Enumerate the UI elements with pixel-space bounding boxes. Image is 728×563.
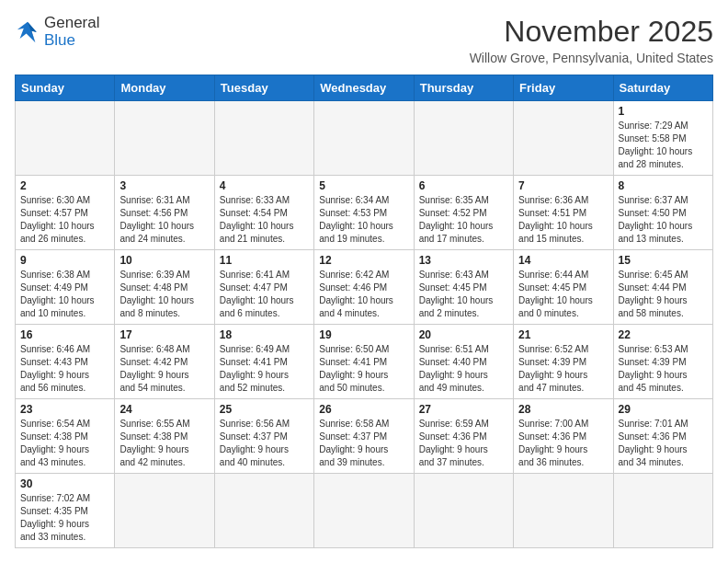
logo-icon: [15, 19, 40, 45]
weekday-header-wednesday: Wednesday: [314, 75, 414, 101]
day-number: 3: [119, 179, 209, 192]
calendar-cell: [414, 101, 513, 176]
day-number: 21: [518, 328, 608, 341]
calendar-cell: 16Sunrise: 6:46 AM Sunset: 4:43 PM Dayli…: [16, 325, 115, 399]
calendar-cell: 19Sunrise: 6:50 AM Sunset: 4:41 PM Dayli…: [314, 325, 414, 399]
day-number: 11: [220, 254, 309, 267]
day-info: Sunrise: 7:02 AM Sunset: 4:35 PM Dayligh…: [20, 492, 109, 544]
day-info: Sunrise: 6:46 AM Sunset: 4:43 PM Dayligh…: [20, 343, 109, 395]
day-info: Sunrise: 6:56 AM Sunset: 4:37 PM Dayligh…: [220, 418, 309, 469]
day-number: 5: [319, 179, 408, 192]
day-number: 13: [419, 254, 508, 267]
logo-blue: Blue: [44, 32, 99, 50]
week-row-2: 2Sunrise: 6:30 AM Sunset: 4:57 PM Daylig…: [16, 176, 713, 250]
day-info: Sunrise: 6:39 AM Sunset: 4:48 PM Dayligh…: [119, 269, 209, 320]
calendar-cell: 17Sunrise: 6:48 AM Sunset: 4:42 PM Dayli…: [115, 325, 214, 399]
calendar-cell: 8Sunrise: 6:37 AM Sunset: 4:50 PM Daylig…: [613, 176, 712, 250]
day-info: Sunrise: 6:42 AM Sunset: 4:46 PM Dayligh…: [319, 269, 408, 320]
calendar-cell: 1Sunrise: 7:29 AM Sunset: 5:58 PM Daylig…: [613, 101, 712, 176]
day-number: 10: [119, 254, 209, 267]
day-info: Sunrise: 6:31 AM Sunset: 4:56 PM Dayligh…: [119, 194, 209, 246]
calendar-cell: 23Sunrise: 6:54 AM Sunset: 4:38 PM Dayli…: [16, 399, 115, 474]
calendar-cell: [314, 101, 414, 176]
day-number: 19: [319, 328, 408, 341]
day-info: Sunrise: 6:48 AM Sunset: 4:42 PM Dayligh…: [119, 343, 209, 395]
location: Willow Grove, Pennsylvania, United State…: [470, 51, 713, 65]
day-number: 15: [619, 254, 708, 267]
day-number: 14: [518, 254, 608, 267]
calendar-cell: [414, 474, 513, 548]
day-info: Sunrise: 6:44 AM Sunset: 4:45 PM Dayligh…: [518, 269, 608, 320]
weekday-header-sunday: Sunday: [16, 75, 115, 101]
week-row-4: 16Sunrise: 6:46 AM Sunset: 4:43 PM Dayli…: [16, 325, 713, 399]
weekday-header-saturday: Saturday: [613, 75, 712, 101]
day-info: Sunrise: 6:35 AM Sunset: 4:52 PM Dayligh…: [419, 194, 508, 246]
calendar-cell: 4Sunrise: 6:33 AM Sunset: 4:54 PM Daylig…: [214, 176, 313, 250]
calendar-cell: 13Sunrise: 6:43 AM Sunset: 4:45 PM Dayli…: [414, 250, 513, 325]
calendar-cell: [115, 101, 214, 176]
day-number: 23: [20, 403, 109, 416]
weekday-header-tuesday: Tuesday: [214, 75, 313, 101]
calendar-cell: 25Sunrise: 6:56 AM Sunset: 4:37 PM Dayli…: [214, 399, 313, 474]
day-number: 18: [220, 328, 309, 341]
calendar-cell: 20Sunrise: 6:51 AM Sunset: 4:40 PM Dayli…: [414, 325, 513, 399]
calendar-cell: 11Sunrise: 6:41 AM Sunset: 4:47 PM Dayli…: [214, 250, 313, 325]
logo-text: General Blue: [44, 15, 99, 49]
day-info: Sunrise: 6:51 AM Sunset: 4:40 PM Dayligh…: [419, 343, 508, 395]
day-info: Sunrise: 7:00 AM Sunset: 4:36 PM Dayligh…: [518, 418, 608, 469]
calendar-cell: 6Sunrise: 6:35 AM Sunset: 4:52 PM Daylig…: [414, 176, 513, 250]
calendar-cell: [214, 474, 313, 548]
calendar-cell: 28Sunrise: 7:00 AM Sunset: 4:36 PM Dayli…: [514, 399, 613, 474]
day-info: Sunrise: 6:33 AM Sunset: 4:54 PM Dayligh…: [220, 194, 309, 246]
calendar-table: SundayMondayTuesdayWednesdayThursdayFrid…: [15, 75, 713, 548]
calendar-cell: 3Sunrise: 6:31 AM Sunset: 4:56 PM Daylig…: [115, 176, 214, 250]
day-info: Sunrise: 6:58 AM Sunset: 4:37 PM Dayligh…: [319, 418, 408, 469]
day-info: Sunrise: 6:30 AM Sunset: 4:57 PM Dayligh…: [20, 194, 109, 246]
week-row-1: 1Sunrise: 7:29 AM Sunset: 5:58 PM Daylig…: [16, 101, 713, 176]
calendar-cell: 21Sunrise: 6:52 AM Sunset: 4:39 PM Dayli…: [514, 325, 613, 399]
day-info: Sunrise: 6:49 AM Sunset: 4:41 PM Dayligh…: [220, 343, 309, 395]
logo-general: General: [44, 15, 99, 32]
day-number: 27: [419, 403, 508, 416]
week-row-6: 30Sunrise: 7:02 AM Sunset: 4:35 PM Dayli…: [16, 474, 713, 548]
svg-marker-0: [17, 21, 37, 41]
header: General Blue November 2025 Willow Grove,…: [15, 15, 713, 65]
calendar-cell: 2Sunrise: 6:30 AM Sunset: 4:57 PM Daylig…: [16, 176, 115, 250]
day-info: Sunrise: 6:59 AM Sunset: 4:36 PM Dayligh…: [419, 418, 508, 469]
calendar-cell: [314, 474, 414, 548]
calendar-cell: 15Sunrise: 6:45 AM Sunset: 4:44 PM Dayli…: [613, 250, 712, 325]
day-number: 25: [220, 403, 309, 416]
calendar-cell: 24Sunrise: 6:55 AM Sunset: 4:38 PM Dayli…: [115, 399, 214, 474]
day-number: 6: [419, 179, 508, 192]
day-number: 1: [619, 105, 708, 118]
day-info: Sunrise: 6:36 AM Sunset: 4:51 PM Dayligh…: [518, 194, 608, 246]
weekday-header-thursday: Thursday: [414, 75, 513, 101]
calendar-page: General Blue November 2025 Willow Grove,…: [0, 0, 728, 563]
day-number: 4: [220, 179, 309, 192]
calendar-cell: 10Sunrise: 6:39 AM Sunset: 4:48 PM Dayli…: [115, 250, 214, 325]
logo: General Blue: [15, 15, 99, 49]
day-number: 26: [319, 403, 408, 416]
day-info: Sunrise: 6:45 AM Sunset: 4:44 PM Dayligh…: [619, 269, 708, 320]
calendar-cell: 29Sunrise: 7:01 AM Sunset: 4:36 PM Dayli…: [613, 399, 712, 474]
day-info: Sunrise: 6:38 AM Sunset: 4:49 PM Dayligh…: [20, 269, 109, 320]
calendar-cell: [115, 474, 214, 548]
calendar-cell: [16, 101, 115, 176]
day-number: 2: [20, 179, 109, 192]
day-number: 29: [619, 403, 708, 416]
day-number: 24: [119, 403, 209, 416]
day-number: 7: [518, 179, 608, 192]
calendar-cell: 14Sunrise: 6:44 AM Sunset: 4:45 PM Dayli…: [514, 250, 613, 325]
calendar-cell: 12Sunrise: 6:42 AM Sunset: 4:46 PM Dayli…: [314, 250, 414, 325]
calendar-cell: 9Sunrise: 6:38 AM Sunset: 4:49 PM Daylig…: [16, 250, 115, 325]
day-number: 12: [319, 254, 408, 267]
day-number: 17: [119, 328, 209, 341]
calendar-cell: 27Sunrise: 6:59 AM Sunset: 4:36 PM Dayli…: [414, 399, 513, 474]
day-number: 28: [518, 403, 608, 416]
calendar-cell: 5Sunrise: 6:34 AM Sunset: 4:53 PM Daylig…: [314, 176, 414, 250]
day-info: Sunrise: 6:34 AM Sunset: 4:53 PM Dayligh…: [319, 194, 408, 246]
weekday-header-monday: Monday: [115, 75, 214, 101]
calendar-cell: 7Sunrise: 6:36 AM Sunset: 4:51 PM Daylig…: [514, 176, 613, 250]
day-number: 16: [20, 328, 109, 341]
calendar-cell: 30Sunrise: 7:02 AM Sunset: 4:35 PM Dayli…: [16, 474, 115, 548]
